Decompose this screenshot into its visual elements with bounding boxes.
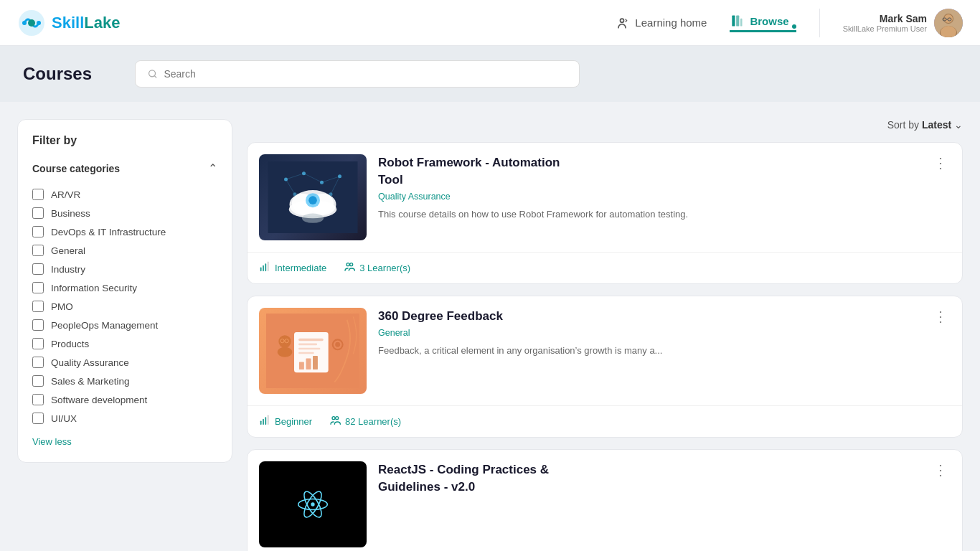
checkbox-info_security[interactable] [32, 282, 44, 293]
sort-dropdown[interactable]: Latest [922, 119, 951, 131]
header: SkillLake Learning home Browse Mark Sam [0, 0, 980, 46]
filter-item-ar_vr[interactable]: AR/VR [32, 185, 217, 204]
course-menu-3[interactable]: ⋮ [930, 461, 951, 479]
course-card-top-2: 360 Degree Feedback ⋮ General Feedback, … [248, 296, 962, 405]
checkbox-general[interactable] [32, 245, 44, 256]
search-bar[interactable] [135, 60, 580, 88]
category-label-business: Business [51, 208, 90, 219]
search-input[interactable] [164, 68, 567, 80]
nav-right: Learning home Browse Mark Sam SkillLake … [615, 9, 963, 37]
checkbox-devops[interactable] [32, 226, 44, 237]
svg-point-41 [350, 263, 353, 266]
course-learners-2: 82 Learner(s) [329, 415, 401, 428]
filter-item-devops[interactable]: DevOps & IT Infrastructure [32, 222, 217, 241]
svg-rect-49 [306, 358, 311, 369]
filter-item-qa[interactable]: Quality Assurance [32, 353, 217, 372]
svg-point-3 [37, 21, 41, 25]
svg-rect-50 [313, 356, 318, 369]
learning-home-icon [615, 16, 629, 30]
filter-item-general[interactable]: General [32, 241, 217, 260]
course-card-2: 360 Degree Feedback ⋮ General Feedback, … [247, 296, 963, 438]
checkbox-pmo[interactable] [32, 301, 44, 312]
filter-item-software[interactable]: Software development [32, 390, 217, 409]
main-layout: Filter by Course categories ⌃ AR/VRBusin… [0, 102, 980, 551]
svg-point-21 [338, 174, 341, 178]
filter-item-sales[interactable]: Sales & Marketing [32, 372, 217, 390]
course-description-1: This course details on how to use Robot … [378, 207, 951, 222]
svg-rect-46 [298, 348, 320, 350]
category-label-industry: Industry [51, 264, 85, 275]
sidebar: Filter by Course categories ⌃ AR/VRBusin… [17, 119, 232, 463]
svg-point-35 [308, 196, 317, 204]
svg-point-2 [22, 21, 27, 25]
course-category-2: General [378, 328, 951, 338]
course-title-2[interactable]: 360 Degree Feedback [378, 308, 503, 325]
logo[interactable]: SkillLake [17, 9, 120, 37]
browse-icon [730, 14, 744, 28]
user-info[interactable]: Mark Sam SkillLake Premium User [843, 9, 963, 37]
logo-text: SkillLake [52, 14, 120, 32]
checkbox-peopleops[interactable] [32, 319, 44, 331]
checkbox-ar_vr[interactable] [32, 189, 44, 200]
category-label-qa: Quality Assurance [51, 357, 129, 368]
course-menu-2[interactable]: ⋮ [930, 308, 951, 325]
category-label-ar_vr: AR/VR [51, 189, 80, 200]
course-card-3: ReactJS - Coding Practices & Guidelines … [247, 449, 963, 551]
course-header-row-2: 360 Degree Feedback ⋮ [378, 308, 951, 325]
checkbox-ui_ux[interactable] [32, 413, 44, 424]
checkbox-sales[interactable] [32, 375, 44, 387]
course-description-2: Feedback, a critical element in any orga… [378, 344, 951, 358]
nav-learning-home[interactable]: Learning home [615, 16, 707, 30]
svg-rect-44 [298, 339, 324, 341]
svg-rect-6 [737, 16, 740, 27]
user-name: Mark Sam [843, 13, 927, 24]
avatar [934, 9, 963, 37]
checkbox-business[interactable] [32, 207, 44, 219]
nav-browse[interactable]: Browse [730, 13, 796, 32]
checkbox-software[interactable] [32, 394, 44, 405]
course-thumbnail-2 [259, 308, 367, 394]
course-info-3: ReactJS - Coding Practices & Guidelines … [378, 461, 951, 547]
filter-heading: Filter by [32, 134, 217, 147]
filter-item-pmo[interactable]: PMO [32, 297, 217, 316]
checkbox-industry[interactable] [32, 263, 44, 275]
filter-item-business[interactable]: Business [32, 204, 217, 222]
checkbox-products[interactable] [32, 338, 44, 349]
course-learners-1: 3 Learner(s) [344, 261, 410, 275]
sort-chevron-icon[interactable]: ⌄ [954, 119, 963, 131]
category-label-pmo: PMO [51, 301, 73, 312]
filter-item-info_security[interactable]: Information Security [32, 278, 217, 297]
filter-item-industry[interactable]: Industry [32, 260, 217, 278]
content-area: Sort by Latest ⌄ [247, 119, 963, 551]
svg-rect-48 [299, 362, 304, 369]
course-info-1: Robot Framework - Automation Tool ⋮ Qual… [378, 154, 951, 240]
svg-point-63 [336, 417, 339, 420]
filter-item-peopleops[interactable]: PeopleOps Management [32, 316, 217, 334]
course-title-3[interactable]: ReactJS - Coding Practices & Guidelines … [378, 461, 579, 496]
page-top-section: Courses [0, 46, 980, 102]
filter-item-products[interactable]: Products [32, 334, 217, 353]
course-card-top-3: ReactJS - Coding Practices & Guidelines … [248, 450, 962, 551]
course-info-2: 360 Degree Feedback ⋮ General Feedback, … [378, 308, 951, 394]
view-less-link[interactable]: View less [32, 436, 72, 447]
sort-bar: Sort by Latest ⌄ [247, 119, 963, 131]
course-level-1: Intermediate [259, 261, 326, 275]
course-header-row-3: ReactJS - Coding Practices & Guidelines … [378, 461, 951, 496]
filter-item-ui_ux[interactable]: UI/UX [32, 409, 217, 428]
category-label-products: Products [51, 339, 89, 349]
filter-section-header: Course categories ⌃ [32, 161, 217, 175]
course-thumbnail-3 [259, 461, 367, 547]
category-label-general: General [51, 245, 85, 256]
svg-point-52 [278, 347, 293, 357]
course-title-1[interactable]: Robot Framework - Automation Tool [378, 154, 579, 189]
category-list: AR/VRBusinessDevOps & IT InfrastructureG… [32, 185, 217, 428]
svg-rect-47 [298, 352, 314, 354]
svg-point-54 [335, 342, 340, 347]
chevron-up-icon[interactable]: ⌃ [208, 161, 217, 175]
course-card-bottom-2: Beginner 82 Learner(s) [248, 405, 962, 437]
course-menu-1[interactable]: ⋮ [930, 154, 951, 171]
checkbox-qa[interactable] [32, 357, 44, 368]
svg-point-62 [332, 417, 335, 420]
category-label-ui_ux: UI/UX [51, 413, 77, 424]
svg-point-33 [302, 214, 324, 223]
